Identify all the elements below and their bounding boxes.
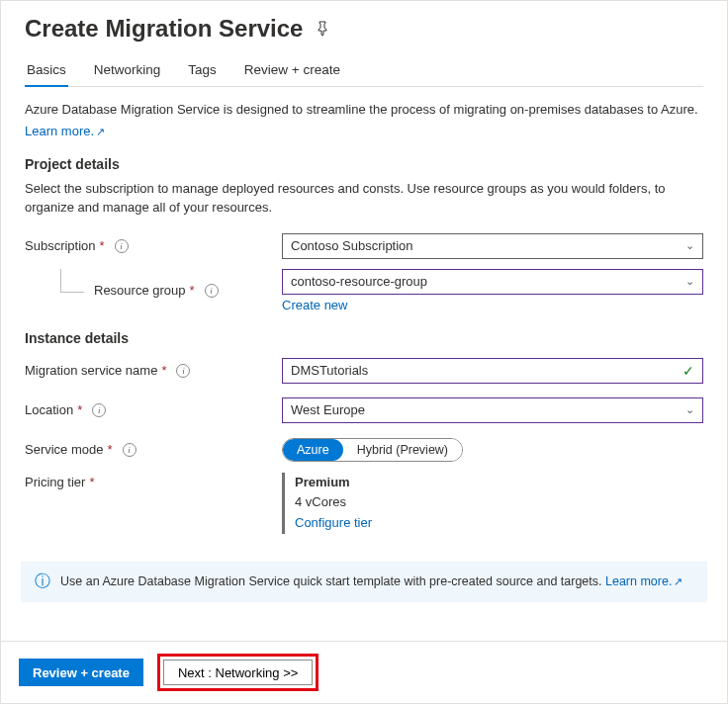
create-new-rg-link[interactable]: Create new: [282, 298, 347, 312]
pricing-tier-cores: 4 vCores: [295, 492, 703, 513]
subscription-label: Subscription* i: [25, 238, 282, 253]
configure-tier-link[interactable]: Configure tier: [295, 515, 372, 530]
info-icon[interactable]: i: [176, 364, 190, 378]
intro-text: Azure Database Migration Service is desi…: [25, 101, 703, 120]
instance-details-heading: Instance details: [25, 330, 703, 346]
tab-tags[interactable]: Tags: [186, 56, 219, 87]
checkmark-icon: ✓: [682, 363, 694, 379]
migration-name-value: DMSTutorials: [291, 363, 368, 378]
banner-text: Use an Azure Database Migration Service …: [60, 574, 602, 588]
project-details-heading: Project details: [25, 156, 703, 172]
info-icon[interactable]: i: [92, 403, 106, 417]
indent-connector: [60, 269, 84, 293]
service-mode-azure[interactable]: Azure: [283, 439, 343, 461]
wizard-footer: Review + create Next : Networking >>: [1, 641, 727, 703]
migration-name-label: Migration service name* i: [25, 363, 282, 378]
next-networking-button[interactable]: Next : Networking >>: [163, 660, 313, 685]
chevron-down-icon: ⌄: [685, 403, 694, 416]
intro-learn-more-link[interactable]: Learn more.↗: [25, 124, 105, 138]
subscription-select[interactable]: Contoso Subscription ⌄: [282, 233, 703, 259]
location-value: West Europe: [291, 402, 365, 417]
service-mode-toggle: Azure Hybrid (Preview): [282, 438, 463, 462]
chevron-down-icon: ⌄: [685, 239, 694, 252]
pin-icon[interactable]: [315, 21, 330, 37]
page-title: Create Migration Service: [25, 15, 703, 43]
info-icon[interactable]: i: [205, 284, 219, 298]
pricing-tier-label: Pricing tier*: [25, 473, 282, 489]
external-link-icon: ↗: [96, 126, 105, 137]
tab-basics[interactable]: Basics: [25, 56, 68, 87]
tab-review-create[interactable]: Review + create: [242, 56, 342, 87]
tabs-bar: Basics Networking Tags Review + create: [25, 56, 703, 87]
highlight-box: Next : Networking >>: [157, 654, 318, 691]
info-circle-icon: ⓘ: [35, 572, 50, 592]
location-select[interactable]: West Europe ⌄: [282, 397, 703, 423]
page-title-text: Create Migration Service: [25, 15, 303, 43]
project-details-desc: Select the subscription to manage deploy…: [25, 180, 703, 218]
migration-name-input[interactable]: DMSTutorials ✓: [282, 358, 703, 384]
subscription-value: Contoso Subscription: [291, 238, 413, 253]
pricing-tier-name: Premium: [295, 473, 703, 493]
pricing-tier-block: Premium 4 vCores Configure tier: [282, 473, 703, 534]
chevron-down-icon: ⌄: [685, 275, 694, 288]
quickstart-banner: ⓘ Use an Azure Database Migration Servic…: [21, 562, 707, 602]
info-icon[interactable]: i: [123, 443, 136, 457]
review-create-button[interactable]: Review + create: [19, 659, 143, 686]
resource-group-value: contoso-resource-group: [291, 274, 427, 289]
external-link-icon: ↗: [674, 575, 682, 587]
service-mode-hybrid[interactable]: Hybrid (Preview): [343, 439, 462, 461]
resource-group-select[interactable]: contoso-resource-group ⌄: [282, 269, 703, 295]
info-icon[interactable]: i: [115, 239, 129, 253]
tab-networking[interactable]: Networking: [92, 56, 163, 87]
resource-group-label: Resource group* i: [25, 283, 282, 298]
location-label: Location* i: [25, 402, 282, 417]
banner-learn-more-link[interactable]: Learn more.↗: [605, 574, 682, 588]
service-mode-label: Service mode* i: [25, 442, 282, 457]
